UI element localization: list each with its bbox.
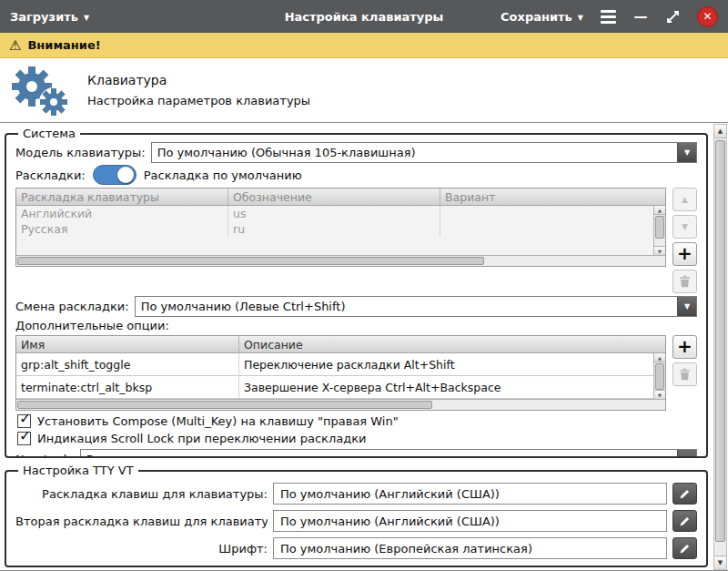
numlock-row: NumLock: Включен ▼ [15,449,697,458]
column-header-layout: Раскладка клавиатуры [16,189,228,205]
delete-layout-button[interactable] [672,270,697,293]
scrolllock-checkbox[interactable]: ✓ [17,432,31,445]
menu-button[interactable] [601,10,616,24]
numlock-label: NumLock: [15,453,75,458]
tty-second-layout-field[interactable]: По умолчанию (Английский (США)) [273,510,667,532]
edit-tty-layout-button[interactable] [672,483,697,505]
tty-font-label: Шрифт: [15,542,268,556]
layouts-table-vscrollbar: ▲ ▼ [653,206,665,255]
trash-icon [679,275,691,288]
arrow-up-icon: ▲ [682,195,688,204]
column-header-variant: Вариант [440,189,665,205]
column-header-code: Обозначение [228,189,440,205]
scroll-up-button[interactable]: ▲ [714,125,726,138]
dropdown-arrow-icon: ▼ [677,143,696,162]
edit-tty-second-layout-button[interactable] [672,510,697,532]
check-icon: ✓ [19,410,31,427]
scrolllock-checkbox-row: ✓ Индикация Scroll Lock при переключении… [17,432,695,445]
caret-down-icon: ▼ [578,14,583,22]
tty-second-layout-row: Вторая раскладка клавиш для клавиатуры: … [15,510,697,532]
keyboard-model-select[interactable]: По умолчанию (Обычная 105-клавишная) ▼ [151,142,697,163]
layouts-row: Раскладки: Раскладка по умолчанию [15,165,697,185]
hamburger-icon [601,10,616,13]
tty-layout-row: Раскладка клавиш для клавиатуры: По умол… [15,483,697,505]
layout-switch-row: Смена раскладки: По умолчанию (Левые Ctr… [15,296,697,317]
check-icon: ✓ [19,427,31,444]
tty-layout-field[interactable]: По умолчанию (Английский (США)) [273,483,667,505]
edit-tty-font-button[interactable] [672,537,697,559]
tty-font-field[interactable]: По умолчанию (Европейская латинская) [273,537,667,559]
scroll-down-icon[interactable]: ▼ [654,246,665,255]
keyboard-model-row: Модель клавиатуры: По умолчанию (Обычная… [15,142,697,163]
numlock-value: Включен [81,450,677,458]
save-menu-button[interactable]: Сохранить ▼ [500,10,583,24]
compose-checkbox[interactable]: ✓ [17,414,31,428]
column-header-name: Имя [16,336,239,352]
options-table-body: grp:alt_shift_toggle Переключение раскла… [16,353,665,399]
layouts-label: Раскладки: [15,168,86,182]
numlock-select[interactable]: Включен ▼ [80,449,697,458]
scrollbar-thumb[interactable] [715,140,725,542]
system-legend: Система [18,127,80,140]
add-layout-button[interactable]: + [672,242,697,266]
toggle-knob [117,167,134,183]
scroll-up-icon[interactable]: ▲ [654,206,665,215]
plus-icon: + [677,244,693,262]
layouts-table: Раскладка клавиатуры Обозначение Вариант… [15,188,666,267]
scrollbar-thumb[interactable] [655,363,664,390]
layouts-table-buttons: ▲ ▼ + [672,188,697,293]
titlebar: Загрузить ▼ Настройка клавиатуры Сохрани… [0,0,728,33]
scroll-down-icon[interactable]: ▼ [654,390,665,399]
table-row[interactable]: Русская ru [16,221,665,237]
scrolllock-checkbox-label: Индикация Scroll Lock при переключении р… [37,432,366,445]
options-table: Имя Описание grp:alt_shift_toggle Перекл… [15,335,666,411]
close-button[interactable]: ✕ [697,6,718,27]
layouts-table-area: Раскладка клавиатуры Обозначение Вариант… [15,188,697,293]
layout-switch-select[interactable]: По умолчанию (Левые Ctrl+Shift) ▼ [135,296,697,317]
dropdown-arrow-icon: ▼ [677,297,696,316]
move-up-button[interactable]: ▲ [672,188,697,211]
table-row[interactable]: Английский us [16,206,665,221]
table-row[interactable]: grp:alt_shift_toggle Переключение раскла… [16,353,665,376]
expand-icon [666,10,680,24]
options-table-header: Имя Описание [16,336,665,353]
layout-switch-value: По умолчанию (Левые Ctrl+Shift) [136,297,677,316]
tty-layout-label: Раскладка клавиш для клавиатуры: [15,487,268,501]
compose-checkbox-row: ✓ Установить Compose (Multi_Key) на клав… [17,414,695,428]
app-header: Клавиатура Настройка параметров клавиату… [0,58,728,122]
minimize-icon: — [634,8,648,25]
load-menu-button[interactable]: Загрузить ▼ [10,10,89,24]
default-layout-toggle[interactable] [93,165,136,185]
tty-legend: Настройка TTY VT [18,464,138,477]
options-table-buttons: + [672,335,697,386]
move-down-button[interactable]: ▼ [672,215,697,239]
delete-option-button[interactable] [672,362,697,386]
save-menu-label: Сохранить [500,10,572,24]
gears-icon [9,64,69,117]
maximize-button[interactable] [665,9,680,24]
scrollbar-thumb[interactable] [655,216,664,239]
arrow-down-icon: ▼ [682,222,688,231]
warning-text: Внимание! [27,38,100,52]
minimize-button[interactable]: — [633,9,648,24]
scroll-down-button[interactable]: ▼ [714,556,726,569]
layout-switch-label: Смена раскладки: [15,300,129,313]
options-table-hscrollbar [16,399,665,410]
layouts-table-body: Английский us Русская ru ▲ ▼ [16,206,665,255]
keyboard-settings-window: Загрузить ▼ Настройка клавиатуры Сохрани… [0,0,728,571]
scroll-up-icon[interactable]: ▲ [654,353,665,362]
scrollbar-thumb[interactable] [17,257,484,265]
options-table-vscrollbar: ▲ ▼ [653,353,665,399]
dropdown-arrow-icon: ▼ [677,450,696,458]
page-subtitle: Настройка параметров клавиатуры [87,94,310,107]
page-title: Клавиатура [87,73,310,87]
pencil-icon [679,515,691,527]
trash-icon [679,368,691,381]
load-menu-label: Загрузить [10,10,78,24]
table-row[interactable]: terminate:ctrl_alt_bksp Завершение X-сер… [16,376,665,399]
layouts-table-hscrollbar [16,255,665,266]
scrollbar-thumb[interactable] [17,401,432,409]
add-option-button[interactable]: + [672,335,697,359]
caret-down-icon: ▼ [84,14,89,22]
pencil-icon [679,543,691,555]
